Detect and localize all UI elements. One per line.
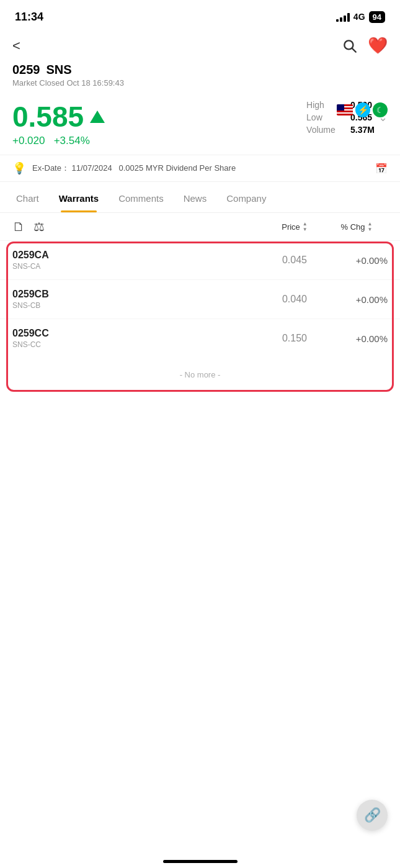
price-up-arrow-icon (90, 111, 105, 123)
volume-row: Volume 5.37M (306, 125, 375, 135)
svg-line-1 (352, 48, 356, 52)
warrant-info-ca: 0259CA SNS-CA (12, 250, 264, 271)
price-value: 0.585 (12, 100, 84, 133)
market-status: Market Closed Oct 18 16:59:43 (12, 78, 388, 88)
warrant-code-ca: 0259CA (12, 250, 264, 261)
warrant-price-cb: 0.040 (264, 294, 326, 305)
top-nav: < ❤️ (0, 31, 400, 63)
warrant-name-ca: SNS-CA (12, 262, 264, 271)
tab-comments[interactable]: Comments (109, 184, 174, 212)
warrants-section: 🗋 ⚖ Price ▲ ▼ % Chg ▲ ▼ 0259CA (0, 213, 400, 404)
volume-value: 5.37M (350, 125, 375, 135)
ex-date-label: Ex-Date： (32, 163, 69, 173)
status-time: 11:34 (15, 11, 43, 24)
warrant-name-cc: SNS-CC (12, 340, 264, 349)
fab-icon: 🔗 (364, 807, 381, 823)
signal-icon (336, 12, 350, 22)
moon-icon: ☾ (373, 102, 388, 117)
bulb-icon: 💡 (12, 161, 26, 175)
col-headers: Price ▲ ▼ % Chg ▲ ▼ (264, 222, 388, 232)
warrant-price-cc: 0.150 (264, 333, 326, 344)
nav-right-actions: ❤️ (342, 36, 388, 55)
tab-warrants[interactable]: Warrants (49, 184, 109, 212)
malaysia-flag-icon (337, 104, 353, 115)
warrant-pct-ca: +0.00% (326, 255, 388, 266)
main-price-row: 0.585 (12, 100, 105, 133)
low-label: Low (306, 112, 340, 122)
lightning-icon: ⚡ (355, 102, 370, 117)
status-icons: 4G 94 (336, 11, 385, 23)
pct-col-label: % Chg (341, 222, 365, 232)
battery-indicator: 94 (369, 11, 385, 23)
warrant-price-ca: 0.045 (264, 255, 326, 266)
back-button[interactable]: < (12, 38, 20, 54)
volume-label: Volume (306, 125, 340, 135)
warrant-info-cb: 0259CB SNS-CB (12, 289, 264, 310)
price-change: +0.020 +3.54% (12, 135, 105, 147)
price-change-pct: +3.54% (54, 135, 90, 147)
dividend-amount: 0.0025 MYR Dividend Per Share (119, 163, 236, 173)
tab-chart[interactable]: Chart (6, 184, 49, 212)
toolbar-icons: 🗋 ⚖ (12, 219, 45, 234)
filter-icon[interactable]: ⚖ (33, 219, 45, 234)
high-label: High (306, 100, 340, 110)
favorite-icon[interactable]: ❤️ (368, 36, 388, 55)
no-more-label: - No more - (0, 358, 400, 404)
stock-code: 0259 (12, 63, 40, 77)
status-bar: 11:34 4G 94 (0, 0, 400, 31)
warrant-code-cb: 0259CB (12, 289, 264, 300)
price-col-label: Price (282, 222, 300, 232)
warrant-pct-cc: +0.00% (326, 333, 388, 344)
dividend-text: Ex-Date： 11/07/2024 0.0025 MYR Dividend … (32, 163, 369, 174)
pct-sort-icon: ▲ ▼ (368, 222, 373, 232)
stock-title: 0259 SNS (12, 63, 388, 77)
warrant-row[interactable]: 0259CC SNS-CC 0.150 +0.00% (0, 319, 400, 358)
flag-icons-row: ⚡ ☾ (337, 102, 388, 117)
stock-header: 0259 SNS Market Closed Oct 18 16:59:43 (0, 63, 400, 95)
col-header-price[interactable]: Price ▲ ▼ (264, 222, 326, 232)
warrant-row[interactable]: 0259CA SNS-CA 0.045 +0.00% (0, 240, 400, 279)
warrant-code-cc: 0259CC (12, 328, 264, 339)
warrant-pct-cb: +0.00% (326, 294, 388, 305)
ex-date-value: 11/07/2024 (72, 163, 112, 173)
warrant-info-cc: 0259CC SNS-CC (12, 328, 264, 349)
tabs-container: Chart Warrants Comments News Company (0, 184, 400, 213)
tab-news[interactable]: News (174, 184, 217, 212)
price-left: 0.585 +0.020 +3.54% (12, 100, 105, 147)
warrant-name-cb: SNS-CB (12, 301, 264, 310)
calendar-icon[interactable]: 📅 (375, 163, 388, 174)
home-indicator (163, 860, 238, 863)
copy-icon[interactable]: 🗋 (12, 220, 25, 234)
tab-company[interactable]: Company (216, 184, 276, 212)
table-toolbar: 🗋 ⚖ Price ▲ ▼ % Chg ▲ ▼ (0, 213, 400, 240)
network-label: 4G (353, 12, 365, 22)
warrant-row[interactable]: 0259CB SNS-CB 0.040 +0.00% (0, 279, 400, 319)
price-change-abs: +0.020 (12, 135, 45, 147)
col-header-pct[interactable]: % Chg ▲ ▼ (326, 222, 388, 232)
fab-button[interactable]: 🔗 (357, 800, 388, 831)
search-icon[interactable] (342, 38, 358, 54)
dividend-banner: 💡 Ex-Date： 11/07/2024 0.0025 MYR Dividen… (0, 155, 400, 182)
stock-name: SNS (47, 63, 72, 77)
price-sort-icon: ▲ ▼ (303, 222, 308, 232)
